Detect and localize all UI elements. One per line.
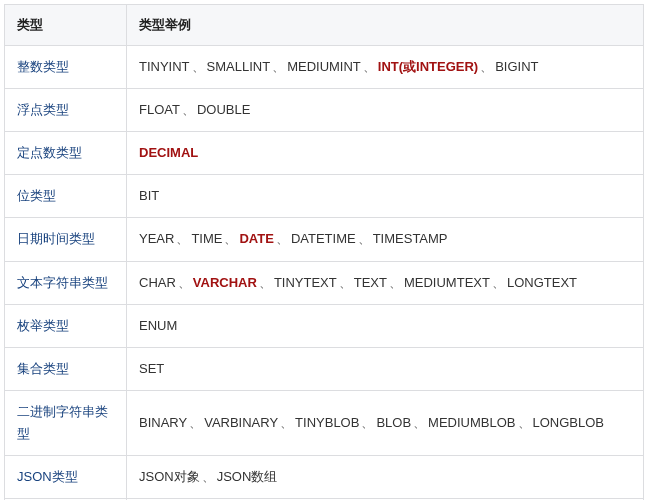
table-row: 日期时间类型YEAR、TIME、DATE、DATETIME、TIMESTAMP — [5, 218, 644, 261]
separator: 、 — [270, 59, 287, 74]
type-examples: ENUM — [127, 304, 644, 347]
type-examples: JSON对象、JSON数组 — [127, 456, 644, 499]
type-name: 二进制字符串类型 — [5, 390, 127, 455]
type-example: TINYINT — [139, 59, 190, 74]
separator: 、 — [361, 59, 378, 74]
type-name: 文本字符串类型 — [5, 261, 127, 304]
type-examples: FLOAT、DOUBLE — [127, 89, 644, 132]
type-example: DATE — [239, 231, 273, 246]
type-example: TINYBLOB — [295, 415, 359, 430]
type-example: SMALLINT — [207, 59, 271, 74]
type-name: JSON类型 — [5, 456, 127, 499]
table-row: 枚举类型ENUM — [5, 304, 644, 347]
table-row: 二进制字符串类型BINARY、VARBINARY、TINYBLOB、BLOB、M… — [5, 390, 644, 455]
separator: 、 — [180, 102, 197, 117]
type-name: 定点数类型 — [5, 132, 127, 175]
type-example: JSON数组 — [217, 469, 278, 484]
type-example: TEXT — [354, 275, 387, 290]
separator: 、 — [411, 415, 428, 430]
separator: 、 — [176, 275, 193, 290]
separator: 、 — [187, 415, 204, 430]
type-example: DOUBLE — [197, 102, 250, 117]
type-example: TIMESTAMP — [373, 231, 448, 246]
type-example: BIT — [139, 188, 159, 203]
type-example: CHAR — [139, 275, 176, 290]
types-table: 类型 类型举例 整数类型TINYINT、SMALLINT、MEDIUMINT、I… — [4, 4, 644, 500]
type-example: VARBINARY — [204, 415, 278, 430]
separator: 、 — [274, 231, 291, 246]
type-example: BINARY — [139, 415, 187, 430]
table-header-row: 类型 类型举例 — [5, 5, 644, 46]
table-row: 定点数类型DECIMAL — [5, 132, 644, 175]
separator: 、 — [200, 469, 217, 484]
separator: 、 — [222, 231, 239, 246]
type-name: 位类型 — [5, 175, 127, 218]
type-examples: CHAR、VARCHAR、TINYTEXT、TEXT、MEDIUMTEXT、LO… — [127, 261, 644, 304]
type-example: TINYTEXT — [274, 275, 337, 290]
type-examples: TINYINT、SMALLINT、MEDIUMINT、INT(或INTEGER)… — [127, 46, 644, 89]
types-table-wrapper: 类型 类型举例 整数类型TINYINT、SMALLINT、MEDIUMINT、I… — [0, 0, 648, 500]
separator: 、 — [337, 275, 354, 290]
separator: 、 — [356, 231, 373, 246]
type-example: DECIMAL — [139, 145, 198, 160]
type-example: TIME — [191, 231, 222, 246]
type-example: BIGINT — [495, 59, 538, 74]
table-row: 浮点类型FLOAT、DOUBLE — [5, 89, 644, 132]
type-example: ENUM — [139, 318, 177, 333]
separator: 、 — [478, 59, 495, 74]
type-example: YEAR — [139, 231, 174, 246]
type-examples: SET — [127, 347, 644, 390]
type-example: LONGTEXT — [507, 275, 577, 290]
type-example: LONGBLOB — [533, 415, 605, 430]
type-examples: BIT — [127, 175, 644, 218]
type-example: INT(或INTEGER) — [378, 59, 478, 74]
type-example: SET — [139, 361, 164, 376]
type-name: 枚举类型 — [5, 304, 127, 347]
type-example: JSON对象 — [139, 469, 200, 484]
separator: 、 — [387, 275, 404, 290]
table-row: 集合类型SET — [5, 347, 644, 390]
type-example: MEDIUMTEXT — [404, 275, 490, 290]
type-example: VARCHAR — [193, 275, 257, 290]
separator: 、 — [490, 275, 507, 290]
header-type: 类型 — [5, 5, 127, 46]
separator: 、 — [190, 59, 207, 74]
separator: 、 — [516, 415, 533, 430]
header-examples: 类型举例 — [127, 5, 644, 46]
table-row: 整数类型TINYINT、SMALLINT、MEDIUMINT、INT(或INTE… — [5, 46, 644, 89]
type-name: 浮点类型 — [5, 89, 127, 132]
type-example: MEDIUMINT — [287, 59, 361, 74]
type-examples: YEAR、TIME、DATE、DATETIME、TIMESTAMP — [127, 218, 644, 261]
type-example: BLOB — [376, 415, 411, 430]
table-row: 位类型BIT — [5, 175, 644, 218]
separator: 、 — [359, 415, 376, 430]
type-name: 集合类型 — [5, 347, 127, 390]
separator: 、 — [278, 415, 295, 430]
type-example: MEDIUMBLOB — [428, 415, 515, 430]
type-examples: DECIMAL — [127, 132, 644, 175]
table-row: JSON类型JSON对象、JSON数组 — [5, 456, 644, 499]
type-example: FLOAT — [139, 102, 180, 117]
type-examples: BINARY、VARBINARY、TINYBLOB、BLOB、MEDIUMBLO… — [127, 390, 644, 455]
table-row: 文本字符串类型CHAR、VARCHAR、TINYTEXT、TEXT、MEDIUM… — [5, 261, 644, 304]
separator: 、 — [257, 275, 274, 290]
type-name: 整数类型 — [5, 46, 127, 89]
separator: 、 — [174, 231, 191, 246]
type-name: 日期时间类型 — [5, 218, 127, 261]
type-example: DATETIME — [291, 231, 356, 246]
